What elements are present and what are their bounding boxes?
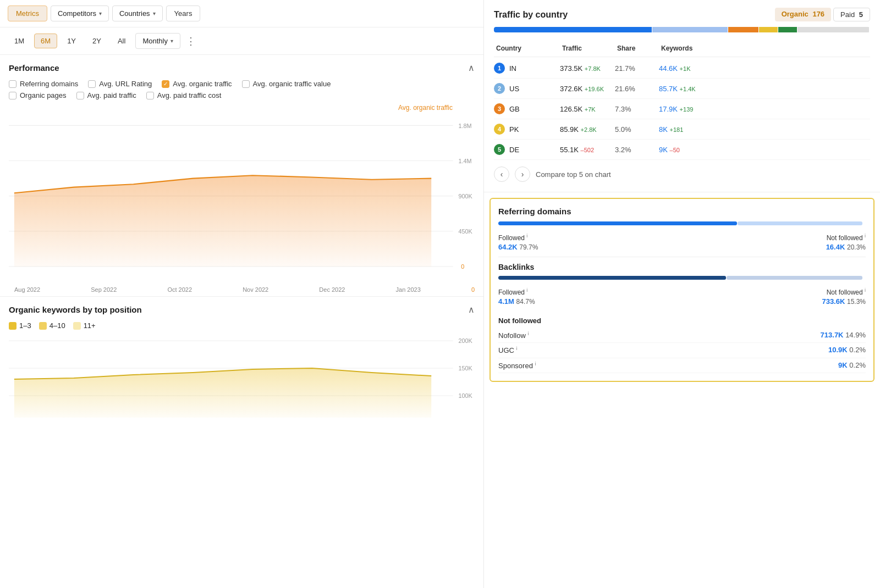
keywords-pk: 8K +181 [659, 125, 725, 134]
cb-avg-paid[interactable]: Avg. paid traffic [76, 91, 136, 99]
traffic-tabs: Organic 176 Paid 5 [775, 8, 870, 21]
period-all[interactable]: All [111, 34, 132, 48]
svg-text:100K: 100K [458, 392, 472, 399]
next-page-button[interactable]: › [515, 167, 530, 182]
period-1m[interactable]: 1M [8, 34, 31, 48]
cb-avg-paid-cost[interactable]: Avg. paid traffic cost [146, 91, 222, 99]
bl-notfollowed: Not followed i 733.6K 15.3% [822, 287, 866, 306]
cb-ref-label: Referring domains [20, 80, 78, 88]
sponsored-val: 9K [838, 361, 848, 369]
ref-domains-bar [498, 221, 866, 225]
table-row: 3 GB 126.5K +7K 7.3% 17.9K +139 [494, 99, 870, 119]
competitors-dropdown[interactable]: Competitors ▾ [51, 5, 109, 21]
cb-avg-organic-val-label: Avg. organic traffic value [253, 80, 331, 88]
x-label-aug: Aug 2022 [14, 286, 40, 293]
ref-notfollowed-pct: 20.3% [847, 243, 866, 251]
compare-link[interactable]: Compare top 5 on chart [536, 170, 611, 179]
keywords-svg: 200K 150K 100K [9, 335, 475, 423]
pagination: ‹ › Compare top 5 on chart [494, 160, 870, 184]
cb-referring-domains[interactable]: Referring domains [9, 80, 78, 88]
performance-collapse[interactable]: ∧ [468, 63, 475, 73]
cb-avg-organic[interactable]: Avg. organic traffic [162, 80, 232, 88]
svg-text:1.4M: 1.4M [458, 157, 471, 164]
monthly-dropdown[interactable]: Monthly ▾ [135, 33, 180, 49]
period-6m[interactable]: 6M [34, 34, 57, 48]
dots-menu[interactable]: ⋮ [186, 35, 196, 47]
keywords-gb: 17.9K +139 [659, 105, 725, 113]
cb-organic-pages-label: Organic pages [20, 91, 67, 99]
ref-followed-val: 64.2K [498, 243, 518, 251]
country-code-pk: PK [509, 125, 519, 134]
metrics-button[interactable]: Metrics [8, 5, 47, 21]
keywords-collapse[interactable]: ∧ [468, 304, 475, 315]
referring-domains-panel: Referring domains Followed i 64.2K 79.7%… [490, 198, 875, 382]
cb-avg-organic-box [162, 80, 169, 88]
country-code-de: DE [509, 146, 519, 154]
svg-text:200K: 200K [458, 337, 472, 344]
rank-badge-4: 4 [494, 124, 505, 135]
not-followed-title: Not followed [498, 317, 866, 325]
share-in: 21.7% [615, 64, 659, 73]
cb-avg-paid-cost-box [146, 92, 154, 99]
cb-url-rating[interactable]: Avg. URL Rating [88, 80, 152, 88]
traffic-pk: 85.9K +2.8K [560, 125, 615, 134]
ref-followed-pct: 79.7% [519, 243, 538, 251]
table-header: Country Traffic Share Keywords [494, 40, 870, 57]
rank-badge-2: 2 [494, 83, 505, 94]
cb-organic-pages[interactable]: Organic pages [9, 91, 67, 99]
rank-badge-3: 3 [494, 103, 505, 114]
ref-notfollowed-val: 16.4K [826, 243, 845, 251]
period-2y[interactable]: 2Y [86, 34, 108, 48]
cb-avg-paid-cost-label: Avg. paid traffic cost [157, 91, 222, 99]
prev-page-button[interactable]: ‹ [494, 167, 509, 182]
cb-avg-paid-label: Avg. paid traffic [87, 91, 136, 99]
share-us: 21.6% [615, 85, 659, 93]
traffic-header: Traffic by country Organic 176 Paid 5 [494, 8, 870, 21]
cb-avg-organic-val-box [242, 80, 250, 88]
svg-text:1.8M: 1.8M [458, 122, 471, 129]
keywords-de: 9K –50 [659, 146, 725, 154]
ref-followed-label: Followed i [498, 233, 538, 242]
svg-text:450K: 450K [458, 228, 472, 235]
countries-caret: ▾ [153, 10, 156, 16]
country-badge-us: 2 US [494, 83, 560, 94]
organic-tab[interactable]: Organic 176 [775, 8, 831, 21]
keywords-in: 44.6K +1K [659, 64, 725, 73]
svg-marker-17 [14, 368, 431, 418]
traffic-section: Traffic by country Organic 176 Paid 5 [484, 0, 880, 192]
share-de: 3.2% [615, 146, 659, 154]
ref-bar-followed [498, 221, 737, 225]
bl-split: Followed i 4.1M 84.7% Not followed i 733… [498, 285, 866, 311]
keywords-legend: 1–3 4–10 11+ [9, 321, 475, 330]
years-button[interactable]: Years [166, 5, 201, 21]
cb-avg-organic-val[interactable]: Avg. organic traffic value [242, 80, 331, 88]
performance-title: Performance [9, 63, 59, 73]
x-label-zero: 0 [471, 286, 475, 293]
th-keywords: Keywords [659, 43, 725, 53]
countries-dropdown[interactable]: Countries ▾ [112, 5, 163, 21]
cb-url-box [88, 80, 96, 88]
bar-us [652, 27, 728, 32]
legend-cb-1-3 [9, 322, 16, 330]
table-row: 4 PK 85.9K +2.8K 5.0% 8K +181 [494, 119, 870, 140]
country-code-in: IN [509, 64, 516, 73]
cb-avg-paid-box [76, 92, 84, 99]
th-share: Share [615, 43, 659, 53]
chart-label: Avg. organic traffic [9, 104, 475, 112]
x-label-oct: Oct 2022 [167, 286, 192, 293]
paid-tab[interactable]: Paid 5 [833, 8, 870, 21]
bar-pk [759, 27, 778, 32]
bl-followed-pct: 84.7% [516, 298, 535, 306]
country-code-gb: GB [509, 105, 520, 113]
period-1y[interactable]: 1Y [61, 34, 82, 48]
checkboxes-row1: Referring domains Avg. URL Rating Avg. o… [9, 80, 475, 88]
sponsored-row: Sponsored i 9K 0.2% [498, 358, 866, 373]
ref-bar-notfollowed [738, 221, 862, 225]
country-badge-gb: 3 GB [494, 103, 560, 114]
country-code-us: US [509, 85, 519, 93]
country-badge-in: 1 IN [494, 63, 560, 74]
keywords-chart: 200K 150K 100K [9, 335, 475, 423]
legend-4-10: 4–10 [39, 321, 65, 330]
legend-label-1-3: 1–3 [19, 321, 31, 330]
ugc-row: UGC i 10.9K 0.2% [498, 343, 866, 358]
